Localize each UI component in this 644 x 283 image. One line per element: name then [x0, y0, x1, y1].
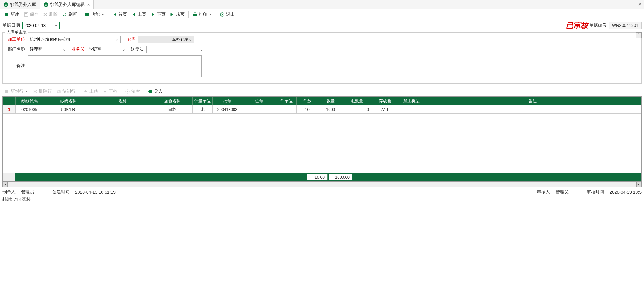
- date-input[interactable]: [22, 22, 60, 29]
- warehouse-label: 仓库: [123, 37, 136, 42]
- cell-unit[interactable]: 米: [193, 105, 213, 114]
- next-page-button[interactable]: 下页: [149, 11, 167, 18]
- sales-input[interactable]: [87, 46, 127, 53]
- grid-header[interactable]: 颜色名称: [152, 97, 193, 105]
- grid-header[interactable]: 计量单位: [193, 97, 213, 105]
- grid-header[interactable]: 纱线名称: [43, 97, 93, 105]
- scroll-left-icon[interactable]: ◄: [3, 182, 8, 187]
- scroll-right-icon[interactable]: ►: [636, 182, 641, 187]
- cell-yarn-code[interactable]: 0201005: [16, 105, 43, 114]
- warehouse-input[interactable]: [138, 36, 194, 43]
- grid-header[interactable]: 规格: [93, 97, 152, 105]
- print-button[interactable]: 打印 ▼: [191, 11, 214, 18]
- create-time-value: 2020-04-13 10:51:19: [75, 190, 116, 195]
- new-button[interactable]: 新建: [2, 11, 21, 18]
- remark-textarea[interactable]: [28, 55, 202, 77]
- tab-label: 纱线委外入库编辑: [50, 2, 85, 7]
- grid-header[interactable]: 纱线代码: [16, 97, 43, 105]
- doc-no-label: 单据编号: [589, 23, 607, 28]
- grid-header[interactable]: 缸号: [242, 97, 276, 105]
- save-button[interactable]: 保存: [22, 11, 40, 18]
- function-button[interactable]: 功能 ▼: [83, 11, 106, 18]
- processor-label: 加工单位: [7, 37, 25, 42]
- processor-input[interactable]: [28, 36, 121, 43]
- grid-header[interactable]: 备注: [424, 97, 641, 105]
- footer-corner: [3, 173, 15, 181]
- grid-header-rownum[interactable]: [3, 97, 16, 105]
- close-icon[interactable]: ×: [87, 2, 90, 7]
- doc-no-value: WR20041301: [609, 22, 642, 29]
- dept-input[interactable]: [28, 46, 68, 53]
- svg-rect-7: [194, 13, 196, 14]
- delete-icon: [33, 89, 38, 94]
- cell-color[interactable]: 白纱: [152, 105, 193, 114]
- audit-stamp: 已审核: [566, 20, 588, 30]
- add-row-button[interactable]: 新增行 ▼: [2, 88, 30, 95]
- last-page-button[interactable]: 末页: [168, 11, 187, 18]
- status-bar: 制单人 管理员 创建时间 2020-04-13 10:51:19 审核人 管理员…: [0, 188, 644, 196]
- refresh-button[interactable]: 刷新: [60, 11, 79, 18]
- cell-location[interactable]: A11: [371, 105, 399, 114]
- cell-qty[interactable]: 1000: [318, 105, 343, 114]
- arrow-down-icon: [102, 89, 107, 94]
- delete-button[interactable]: 删除: [41, 11, 60, 18]
- last-icon: [170, 12, 175, 17]
- grid-header[interactable]: 加工类型: [399, 97, 424, 105]
- fieldset-legend: 入库单主表: [5, 29, 28, 35]
- cell-remark[interactable]: [424, 105, 641, 114]
- cell-spec[interactable]: [93, 105, 152, 114]
- grid-header[interactable]: 件单位: [276, 97, 297, 105]
- separator: [144, 88, 144, 95]
- cell-proc-type[interactable]: [399, 105, 424, 114]
- auditor-label: 审核人: [537, 189, 550, 195]
- chevron-down-icon: ▼: [102, 13, 104, 16]
- main-toolbar: 新建 保存 删除 刷新 功能 ▼ 首页 上页 下页 末页 打印 ▼: [0, 9, 644, 20]
- main-form-fieldset: 入库单主表 ⌃ 加工单位 仓库 部门名称 业务员 送货员 备注: [2, 32, 642, 84]
- grid-header[interactable]: 毛数量: [343, 97, 371, 105]
- grid-empty-area: [3, 114, 641, 173]
- separator: [79, 88, 79, 95]
- separator: [108, 11, 108, 18]
- chevron-down-icon: ▼: [25, 90, 28, 93]
- cell-yarn-name[interactable]: 50S/TR: [43, 105, 93, 114]
- deliverer-input[interactable]: [146, 46, 205, 53]
- separator: [188, 11, 189, 18]
- separator: [121, 88, 121, 95]
- cell-pieces[interactable]: 10: [297, 105, 318, 114]
- remark-label: 备注: [7, 55, 25, 69]
- tab-label: 纱线委外入库: [10, 2, 36, 7]
- clear-button[interactable]: 清空: [123, 88, 142, 95]
- copy-icon: [56, 89, 61, 94]
- import-button[interactable]: 导入 ▼: [146, 88, 169, 95]
- grid-header[interactable]: 批号: [213, 97, 242, 105]
- prev-icon: [131, 12, 136, 17]
- table-row[interactable]: 1 0201005 50S/TR 白纱 米 200413003 10 1000 …: [3, 105, 641, 114]
- horizontal-scrollbar[interactable]: ◄ ►: [2, 182, 642, 187]
- collapse-button[interactable]: ⌃: [636, 32, 642, 38]
- move-down-button[interactable]: 下移: [101, 88, 119, 95]
- first-page-button[interactable]: 首页: [110, 11, 129, 18]
- deliverer-label: 送货员: [130, 46, 144, 52]
- date-label: 单据日期: [2, 23, 20, 28]
- cell-piece-unit[interactable]: [276, 105, 297, 114]
- cell-gross[interactable]: 0: [343, 105, 371, 114]
- move-up-button[interactable]: 上移: [81, 88, 100, 95]
- grid-header[interactable]: 件数: [297, 97, 318, 105]
- tab-inbound-edit[interactable]: ⊕ 纱线委外入库编辑 ×: [40, 0, 94, 9]
- delete-row-button[interactable]: 删除行: [31, 88, 54, 95]
- header-row: 单据日期 已审核 单据编号 WR20041301: [0, 20, 644, 31]
- prev-page-button[interactable]: 上页: [129, 11, 148, 18]
- save-icon: [24, 12, 29, 17]
- grid-header[interactable]: 数量: [318, 97, 343, 105]
- grid-toolbar: 新增行 ▼ 删除行 复制行 上移 下移 清空 导入 ▼: [0, 86, 644, 96]
- window-close-icon[interactable]: ×: [638, 1, 642, 8]
- cell-vat[interactable]: [242, 105, 276, 114]
- cell-batch[interactable]: 200413003: [213, 105, 242, 114]
- globe-icon: ⊕: [4, 2, 8, 7]
- exit-icon: [220, 12, 225, 17]
- exit-button[interactable]: 退出: [218, 11, 237, 18]
- grid-header[interactable]: 存放地: [371, 97, 399, 105]
- separator: [81, 11, 81, 18]
- copy-row-button[interactable]: 复制行: [54, 88, 77, 95]
- tab-inbound-list[interactable]: ⊕ 纱线委外入库: [0, 0, 40, 9]
